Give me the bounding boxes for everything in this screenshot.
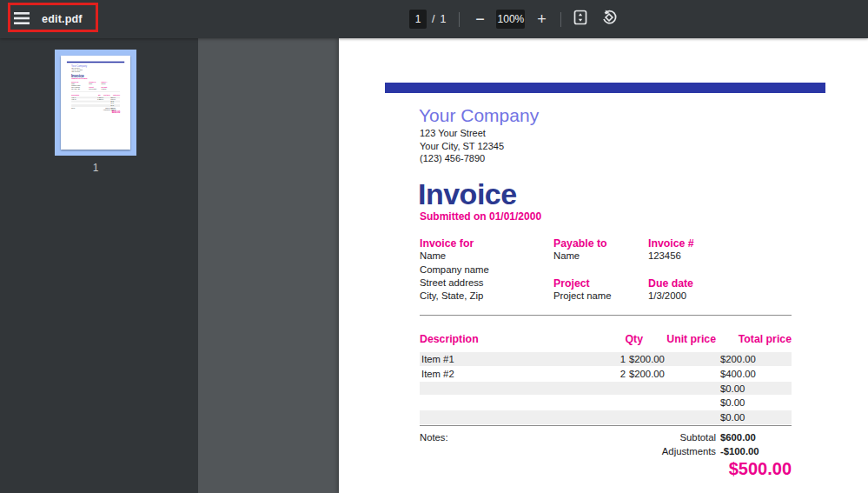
invoice-heading: Invoice — [418, 177, 517, 211]
due-date-value: 1/3/2000 — [102, 89, 116, 90]
item-qty: 2 — [589, 369, 626, 379]
description-header: Description — [71, 94, 79, 96]
payable-to-column: Payable to Name Project Project name — [553, 237, 646, 303]
page-number-input[interactable]: 1 — [409, 10, 427, 29]
address-line: (123) 456-7890 — [71, 70, 83, 72]
rotate-button[interactable] — [599, 9, 620, 30]
bill-to-city: City, State, Zip — [71, 89, 89, 90]
qty-header: Qty — [600, 333, 643, 345]
hamburger-icon — [14, 12, 30, 27]
project-name: Project name — [553, 290, 646, 303]
company-address: 123 Your Street Your City, ST 12345 (123… — [71, 67, 83, 72]
company-name: Your Company — [419, 105, 539, 126]
menu-button[interactable] — [10, 9, 33, 30]
payable-to-name: Name — [553, 250, 646, 263]
payable-to-label: Payable to — [553, 237, 646, 250]
table-top-rule — [420, 315, 792, 316]
item-unit-price: $200.00 — [629, 369, 707, 379]
page-count: 1 — [440, 13, 446, 25]
zoom-level-input[interactable]: 100% — [496, 10, 525, 29]
invoice-info-section: Invoice for Name Company name Street add… — [420, 237, 793, 307]
pdf-toolbar: edit.pdf 1 / 1 − 100% + — [0, 0, 868, 38]
table-row: Item #1 1 $200.00 $200.00 — [420, 352, 792, 366]
adjustments-row: Adjustments -$100.00 — [420, 446, 792, 460]
bill-to-city: City, State, Zip — [420, 290, 550, 303]
thumbnail-page: Your Company 123 Your Street Your City, … — [61, 56, 130, 150]
item-total-price: $400.00 — [720, 369, 790, 379]
invoice-top-bar — [67, 62, 124, 63]
item-total-price: $0.00 — [720, 397, 790, 408]
line-items-table: Description Qty Unit price Total price I… — [71, 92, 120, 115]
toolbar-divider — [560, 12, 561, 27]
table-header-row: Description Qty Unit price Total price — [420, 333, 792, 348]
grand-total-value: $500.00 — [97, 110, 120, 113]
company-address: 123 Your Street Your City, ST 12345 (123… — [420, 127, 504, 165]
minus-icon: − — [475, 10, 485, 29]
viewer-background — [198, 38, 339, 493]
qty-header: Qty — [95, 94, 101, 96]
page-separator: / — [432, 13, 434, 25]
table-row: $0.00 — [420, 396, 792, 410]
invoice-info-section: Invoice for Name Company name Street add… — [71, 82, 120, 90]
submitted-date: Submitted on 01/01/2000 — [71, 78, 87, 80]
spacer-row — [648, 264, 761, 277]
project-name: Project name — [89, 89, 101, 90]
zoom-in-button[interactable]: + — [531, 9, 552, 30]
pdf-page-canvas[interactable]: Your Company 123 Your Street Your City, … — [339, 38, 868, 493]
item-total-price: $0.00 — [720, 383, 790, 394]
invoice-content: Your Company 123 Your Street Your City, … — [61, 56, 130, 146]
item-description: Item #2 — [421, 369, 454, 379]
bill-to-name: Name — [420, 250, 550, 263]
table-bottom-rule — [420, 425, 792, 426]
item-total-price: $0.00 — [720, 412, 790, 423]
subtotal-value: $600.00 — [720, 432, 792, 443]
due-date-value: 1/3/2000 — [648, 290, 761, 303]
subtotal-label: Subtotal — [550, 432, 716, 443]
bill-to-company: Company name — [420, 264, 550, 277]
project-label: Project — [553, 277, 646, 290]
item-unit-price: $200.00 — [629, 354, 707, 364]
grand-total-value: $500.00 — [618, 459, 792, 479]
address-line: Your City, ST 12345 — [420, 140, 504, 153]
invoice-content: Your Company 123 Your Street Your City, … — [339, 38, 868, 493]
bill-to-street: Street address — [420, 277, 550, 290]
fit-to-page-button[interactable] — [570, 9, 591, 30]
table-row: $0.00 — [420, 382, 792, 396]
total-price-header: Total price — [717, 333, 792, 345]
invoice-top-bar — [385, 83, 825, 93]
invoice-number-value: 123456 — [648, 250, 761, 263]
subtotal-row: Subtotal $600.00 — [420, 432, 792, 446]
invoice-for-column: Invoice for Name Company name Street add… — [420, 237, 550, 303]
adjustments-value: -$100.00 — [720, 446, 792, 456]
address-line: (123) 456-7890 — [420, 152, 504, 165]
spacer-row — [553, 264, 646, 277]
invoice-for-label: Invoice for — [420, 237, 550, 250]
item-total-price: $200.00 — [720, 354, 790, 364]
invoice-for-column: Invoice for Name Company name Street add… — [71, 82, 89, 90]
thumbnail-page-label: 1 — [55, 162, 136, 174]
table-row: $0.00 — [420, 410, 792, 424]
submitted-date: Submitted on 01/01/2000 — [420, 210, 541, 223]
unit-price-header: Unit price — [101, 94, 110, 96]
zoom-out-button[interactable]: − — [469, 9, 490, 30]
document-title: edit.pdf — [42, 0, 83, 38]
fit-to-page-icon — [572, 9, 589, 30]
table-row: Item #2 2 $200.00 $400.00 — [420, 367, 792, 381]
item-qty: 1 — [589, 354, 626, 364]
plus-icon: + — [537, 10, 547, 29]
due-date-label: Due date — [648, 277, 761, 290]
item-description: Item #1 — [421, 354, 454, 364]
address-line: 123 Your Street — [420, 127, 504, 140]
thumbnail-sidebar: Your Company 123 Your Street Your City, … — [0, 38, 198, 493]
invoice-number-label: Invoice # — [648, 237, 761, 250]
toolbar-controls: 1 / 1 − 100% + — [409, 0, 620, 38]
invoice-number-column: Invoice # 123456 Due date 1/3/2000 — [102, 82, 116, 90]
page-thumbnail[interactable]: Your Company 123 Your Street Your City, … — [55, 50, 136, 156]
unit-price-header: Unit price — [645, 333, 716, 345]
total-price-header: Total price — [110, 94, 120, 96]
description-header: Description — [420, 333, 479, 345]
invoice-number-column: Invoice # 123456 Due date 1/3/2000 — [648, 237, 761, 303]
line-items-table: Description Qty Unit price Total price I… — [420, 315, 792, 489]
toolbar-divider — [459, 12, 460, 27]
payable-to-column: Payable to Name Project Project name — [89, 82, 101, 90]
